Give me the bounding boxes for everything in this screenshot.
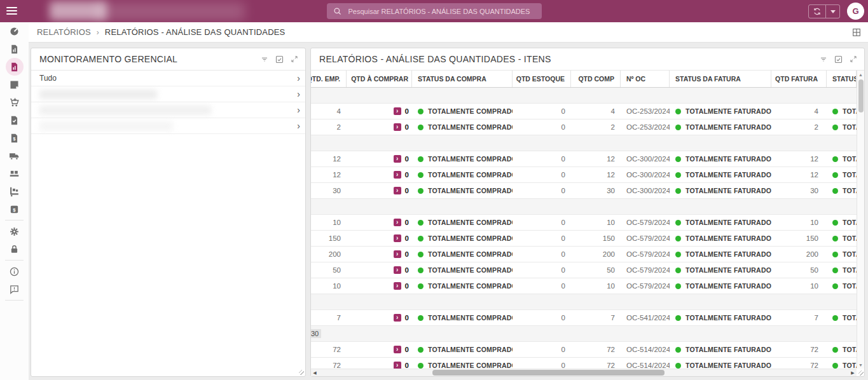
global-search[interactable]: [327, 3, 542, 19]
drilldown-icon[interactable]: ›: [394, 171, 401, 179]
expand-icon[interactable]: [849, 55, 858, 64]
oc-value: OC-514/2024: [626, 362, 670, 369]
tree-item-redacted[interactable]: ›: [31, 118, 305, 134]
chevron-right-icon: ›: [297, 90, 300, 98]
drilldown-icon[interactable]: ›: [394, 282, 401, 290]
table-group-row[interactable]: [311, 199, 857, 215]
drilldown-icon[interactable]: ›: [394, 266, 401, 274]
vertical-scroll-thumb[interactable]: [858, 79, 864, 112]
sidebar-item-finance[interactable]: $: [0, 200, 29, 218]
column-header-qtd_estoque[interactable]: QTD ESTOQUE: [513, 71, 571, 87]
group-row-label: 30: [311, 329, 321, 338]
table-group-row[interactable]: [311, 88, 857, 104]
panel-resize-handle[interactable]: [299, 370, 304, 375]
sidebar-item-lock[interactable]: [0, 240, 29, 258]
horizontal-scroll-thumb[interactable]: [432, 370, 665, 376]
status-fatura-value: TOTALMENTE FATURADO: [685, 234, 771, 242]
sidebar-item-file-invoice[interactable]: $: [0, 129, 29, 147]
horizontal-scrollbar[interactable]: ◀ ▶: [311, 369, 857, 376]
vertical-scrollbar[interactable]: ▲ ▼: [857, 71, 864, 369]
column-header-status_fatura[interactable]: STATUS DA FATURA: [670, 71, 771, 87]
status-dot-icon: [832, 125, 838, 130]
drilldown-icon[interactable]: ›: [394, 314, 401, 322]
table-row[interactable]: 72›0TOTALMENTE COMPRADO072OC-514/2024TOT…: [311, 358, 857, 369]
table-row[interactable]: 150›0TOTALMENTE COMPRADO0150OC-579/2024T…: [311, 231, 857, 247]
tree-item-root[interactable]: Tudo ›: [31, 71, 305, 86]
sidebar-item-truck[interactable]: [0, 147, 29, 165]
multiselect-checkbox-icon[interactable]: [834, 55, 843, 64]
column-header-oc[interactable]: Nº OC: [621, 71, 670, 87]
table-row[interactable]: 12›0TOTALMENTE COMPRADO012OC-300/2024TOT…: [311, 167, 857, 183]
layout-grid-icon[interactable]: [851, 27, 862, 40]
user-avatar[interactable]: G: [847, 3, 864, 20]
drilldown-icon[interactable]: ›: [394, 123, 401, 131]
qtd-fatura-value: 72: [810, 362, 818, 369]
drilldown-icon[interactable]: ›: [394, 107, 401, 115]
scroll-left-icon[interactable]: ◀: [311, 369, 319, 376]
column-header-qtd_emp[interactable]: QTD. EMP.: [311, 71, 347, 87]
scroll-up-icon[interactable]: ▲: [857, 71, 864, 78]
qtd-emp-value: 72: [333, 362, 341, 369]
table-row[interactable]: 10›0TOTALMENTE COMPRADO010OC-579/2024TOT…: [311, 278, 857, 294]
table-row[interactable]: 10›0TOTALMENTE COMPRADO010OC-579/2024TOT…: [311, 215, 857, 231]
table-row[interactable]: 2›0TOTALMENTE COMPRADO02OC-253/2024TOTAL…: [311, 119, 857, 135]
panel-resize-handle[interactable]: [858, 370, 864, 376]
sidebar-item-report-file[interactable]: [0, 58, 29, 76]
scroll-right-icon[interactable]: ▶: [849, 369, 857, 376]
finance-icon: $: [9, 204, 20, 215]
table-group-row[interactable]: 30: [311, 326, 857, 342]
drilldown-icon[interactable]: ›: [394, 234, 401, 242]
sidebar-item-file-check[interactable]: [0, 111, 29, 129]
drilldown-icon[interactable]: ›: [394, 187, 401, 194]
sidebar-item-hand-truck[interactable]: [0, 182, 29, 200]
sidebar-item-notes[interactable]: [0, 76, 29, 93]
status-fatura-value: TOTALMENTE FATURADO: [685, 362, 771, 369]
sidebar-item-info[interactable]: [0, 262, 29, 280]
status-dot-icon: [675, 188, 681, 194]
chevron-right-icon: ›: [297, 74, 300, 83]
expand-icon[interactable]: [290, 55, 299, 64]
qtd-estoque-value: 0: [561, 362, 565, 369]
table-row[interactable]: 4›0TOTALMENTE COMPRADO04OC-253/2024TOTAL…: [311, 104, 857, 119]
drilldown-icon[interactable]: ›: [394, 346, 401, 353]
tree-item-redacted[interactable]: ›: [31, 102, 305, 118]
table-row[interactable]: 72›0TOTALMENTE COMPRADO072OC-514/2024TOT…: [311, 342, 857, 358]
table-group-row[interactable]: [311, 135, 857, 151]
search-icon: [333, 7, 342, 16]
sidebar-item-settings[interactable]: [0, 222, 29, 240]
sidebar-item-feedback[interactable]: [0, 280, 29, 298]
table-row[interactable]: 7›0TOTALMENTE COMPRADO07OC-541/2024TOTAL…: [311, 310, 857, 326]
filter-icon[interactable]: [819, 55, 828, 64]
multiselect-checkbox-icon[interactable]: [275, 55, 284, 64]
sidebar-item-cart-add[interactable]: [0, 93, 29, 111]
tree-item-redacted[interactable]: ›: [31, 86, 305, 102]
column-header-status_3[interactable]: STATUS D: [827, 71, 857, 87]
drilldown-icon[interactable]: ›: [394, 362, 401, 369]
search-input[interactable]: [348, 8, 535, 15]
hamburger-menu-icon[interactable]: [6, 7, 17, 15]
sidebar-item-pallet[interactable]: [0, 165, 29, 182]
refresh-button[interactable]: [809, 5, 825, 18]
table-row[interactable]: 200›0TOTALMENTE COMPRADO0200OC-579/2024T…: [311, 247, 857, 262]
column-header-status_compra[interactable]: STATUS DA COMPRA: [412, 71, 513, 87]
refresh-options-button[interactable]: [825, 5, 839, 18]
column-header-qtd_fatura[interactable]: QTD FATURA: [771, 71, 827, 87]
breadcrumb-parent[interactable]: RELATÓRIOS: [37, 27, 91, 37]
table-row[interactable]: 30›0TOTALMENTE COMPRADO030OC-300/2024TOT…: [311, 183, 857, 199]
drilldown-icon[interactable]: ›: [394, 219, 401, 226]
table-row[interactable]: 50›0TOTALMENTE COMPRADO050OC-579/2024TOT…: [311, 262, 857, 278]
column-header-qtd_a_comprar[interactable]: QTD À COMPRAR: [347, 71, 412, 87]
status-3-value: TOTAL: [843, 107, 857, 115]
table-group-row[interactable]: [311, 294, 857, 310]
table-row[interactable]: 12›0TOTALMENTE COMPRADO012OC-300/2024TOT…: [311, 151, 857, 167]
drilldown-icon[interactable]: ›: [394, 155, 401, 163]
column-header-qtd_comp[interactable]: QTD COMP: [571, 71, 621, 87]
qtd-a-comprar-value: 0: [405, 346, 409, 353]
status-compra-value: TOTALMENTE COMPRADO: [428, 171, 513, 179]
scroll-down-icon[interactable]: ▼: [857, 361, 864, 369]
topbar: G: [0, 0, 868, 22]
filter-icon[interactable]: [260, 55, 269, 64]
sidebar-item-report-file[interactable]: [0, 40, 29, 58]
sidebar-item-dashboard[interactable]: [0, 22, 29, 40]
drilldown-icon[interactable]: ›: [394, 250, 401, 258]
